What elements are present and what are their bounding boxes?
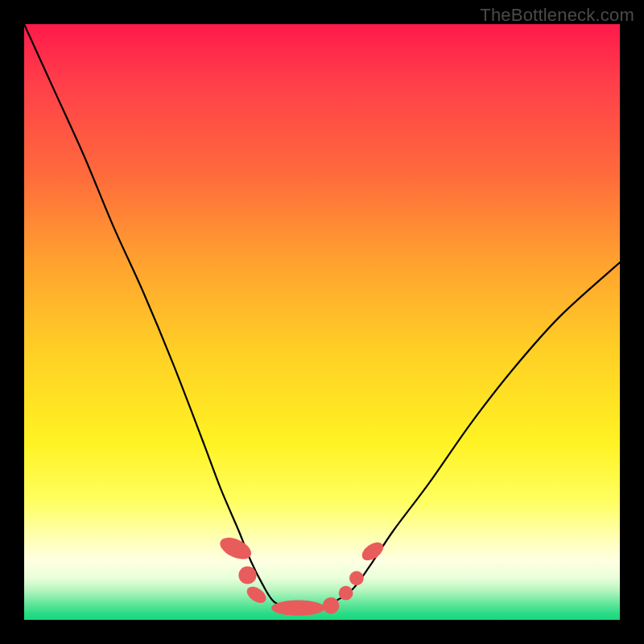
bottleneck-curve-path <box>24 24 620 609</box>
watermark-text: TheBottleneck.com <box>480 5 634 26</box>
plot-area <box>24 24 620 620</box>
bottleneck-curve-svg <box>24 24 620 620</box>
curve-marker-pill <box>271 601 325 616</box>
curve-marker-dot <box>238 566 256 584</box>
curve-marker-pill <box>244 584 269 607</box>
curve-marker-pill <box>217 533 254 564</box>
curve-marker-dot <box>339 586 353 601</box>
curve-markers <box>217 533 386 615</box>
curve-marker-dot <box>323 597 340 614</box>
curve-marker-pill <box>359 539 386 564</box>
curve-marker-dot <box>349 571 364 585</box>
chart-frame: TheBottleneck.com <box>0 0 644 644</box>
